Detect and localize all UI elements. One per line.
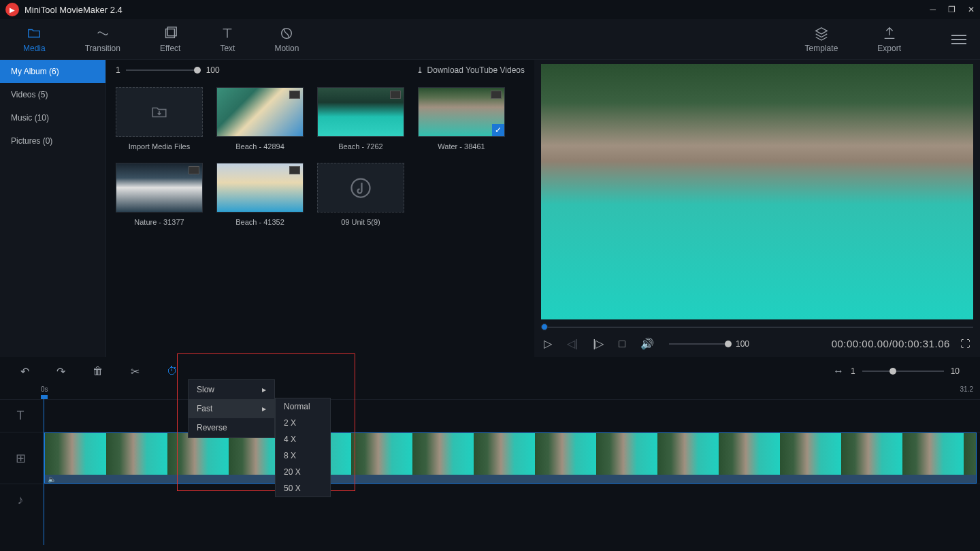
maximize-button[interactable]: ❐ (948, 5, 956, 14)
undo-button[interactable]: ↶ (20, 365, 29, 378)
media-item[interactable]: Beach - 7262 (317, 87, 404, 151)
menu-item-50x[interactable]: 50 X (276, 480, 330, 497)
sidebar-item-count: (0) (43, 136, 53, 146)
video-badge-icon (289, 91, 300, 99)
fullscreen-button[interactable]: ⛶ (960, 338, 971, 349)
menu-item-20x[interactable]: 20 X (276, 464, 330, 480)
sidebar-item-label: Pictures (11, 136, 40, 146)
media-item-label: Beach - 41352 (235, 218, 284, 226)
menu-button[interactable] (951, 35, 966, 44)
menu-item-slow[interactable]: Slow▸ (189, 380, 274, 399)
tab-motion-label: Motion (274, 44, 299, 53)
sidebar-item-myalbum[interactable]: My Album (6) (0, 60, 105, 83)
preview-scrubber[interactable] (541, 324, 973, 330)
stop-button[interactable]: □ (619, 338, 625, 350)
preview-panel: ▷ ◁| |▷ □ 🔊 100 00:00:00.00/00:00:31.06 … (534, 60, 980, 357)
preview-viewport[interactable] (541, 64, 973, 319)
template-icon (814, 26, 829, 41)
menu-item-4x[interactable]: 4 X (276, 431, 330, 447)
video-track-icon: ⊞ (0, 432, 41, 484)
zoom-min: 1 (116, 65, 120, 75)
export-button[interactable]: Export (868, 22, 911, 57)
sidebar-item-pictures[interactable]: Pictures (0) (0, 129, 105, 153)
tab-effect[interactable]: Effect (150, 22, 190, 57)
download-youtube-link[interactable]: ⤓ Download YouTube Videos (416, 65, 525, 75)
media-item-label: Nature - 31377 (134, 218, 184, 226)
timecode: 00:00:00.00/00:00:31.06 ⛶ (832, 338, 970, 349)
audio-track[interactable]: ♪ (0, 484, 980, 516)
media-item-label: Beach - 7262 (338, 142, 382, 151)
export-label: Export (877, 44, 901, 53)
video-track[interactable]: ⊞ 🔈 (0, 432, 980, 484)
import-media-button[interactable]: Import Media Files (116, 87, 203, 151)
template-button[interactable]: Template (796, 22, 848, 57)
tab-text-label: Text (220, 44, 235, 53)
media-item-label: Import Media Files (129, 142, 190, 151)
media-item[interactable]: Beach - 42894 (216, 87, 304, 151)
download-icon: ⤓ (416, 65, 423, 75)
speed-button[interactable]: ⏱ (167, 365, 178, 377)
sidebar-item-videos[interactable]: Videos (5) (0, 83, 105, 106)
ruler-start: 0s (41, 385, 48, 393)
text-icon (220, 26, 235, 41)
media-item-label: Water - 38461 (438, 142, 485, 151)
play-button[interactable]: ▷ (544, 337, 552, 350)
video-badge-icon (189, 166, 199, 174)
timeline: ↶ ↷ 🗑 ✂ ⏱ ↔ 1 10 0s 31.2 T ⊞ 🔈 (0, 357, 980, 551)
media-item[interactable]: ✓ Water - 38461 (418, 87, 505, 151)
volume-slider[interactable]: 100 (669, 339, 749, 349)
timeline-ruler[interactable]: 0s 31.2 (41, 385, 973, 399)
svg-point-3 (352, 178, 370, 197)
audio-track-icon: ♪ (0, 484, 41, 516)
close-button[interactable]: ✕ (968, 5, 975, 14)
sidebar-item-count: (6) (49, 67, 59, 76)
chevron-right-icon: ▸ (262, 385, 266, 394)
thumb-zoom-slider[interactable]: 1 100 (116, 65, 220, 75)
sidebar-item-label: Music (11, 113, 32, 123)
media-item[interactable]: Nature - 31377 (116, 163, 203, 226)
menu-item-8x[interactable]: 8 X (276, 447, 330, 464)
speaker-icon: 🔈 (48, 475, 56, 483)
sidebar-item-label: My Album (11, 67, 47, 76)
sidebar-item-count: (5) (38, 90, 48, 99)
effect-icon (163, 26, 178, 41)
video-badge-icon (390, 91, 401, 99)
split-button[interactable]: ✂ (131, 365, 140, 378)
tab-motion[interactable]: Motion (265, 22, 308, 57)
next-frame-button[interactable]: |▷ (593, 337, 604, 350)
zoom-max: 100 (206, 65, 220, 75)
speed-menu: Slow▸ Fast▸ Reverse (188, 379, 275, 438)
chevron-right-icon: ▸ (262, 404, 266, 413)
media-item-label: Beach - 42894 (235, 142, 284, 151)
tab-text[interactable]: Text (210, 22, 244, 57)
folder-icon (27, 26, 42, 41)
menu-item-reverse[interactable]: Reverse (189, 418, 274, 437)
tab-media[interactable]: Media (14, 22, 55, 57)
sidebar-item-music[interactable]: Music (10) (0, 106, 105, 129)
timeline-zoom-slider[interactable] (862, 371, 944, 372)
media-item-label: 09 Unit 5(9) (341, 218, 380, 226)
fit-button[interactable]: ↔ (833, 365, 844, 377)
menu-item-2x[interactable]: 2 X (276, 415, 330, 431)
media-item[interactable]: Beach - 41352 (216, 163, 304, 226)
svg-rect-1 (168, 27, 177, 35)
redo-button[interactable]: ↷ (56, 365, 65, 378)
volume-icon[interactable]: 🔊 (640, 337, 654, 350)
tab-media-label: Media (23, 44, 46, 53)
media-item[interactable]: 09 Unit 5(9) (317, 163, 404, 226)
tab-transition[interactable]: Transition (76, 22, 130, 57)
import-icon (149, 104, 169, 121)
speed-submenu: Normal 2 X 4 X 8 X 20 X 50 X (275, 398, 331, 497)
playhead-line[interactable] (44, 395, 44, 545)
video-badge-icon (289, 166, 300, 174)
text-track[interactable]: T (0, 399, 980, 432)
prev-frame-button[interactable]: ◁| (567, 337, 578, 350)
minimize-button[interactable]: ─ (930, 5, 936, 14)
menu-item-fast[interactable]: Fast▸ (189, 399, 274, 418)
tl-zoom-min: 1 (851, 366, 855, 376)
delete-button[interactable]: 🗑 (93, 365, 103, 377)
menu-item-normal[interactable]: Normal (276, 398, 330, 415)
clip-audio-strip (45, 475, 976, 483)
video-clip[interactable]: 🔈 (44, 432, 977, 484)
download-link-label: Download YouTube Videos (427, 65, 525, 75)
